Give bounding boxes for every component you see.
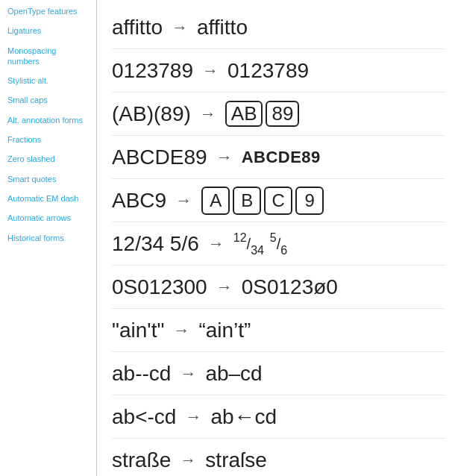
arrow-icon: → (202, 61, 219, 81)
feature-row-historical: straße → straſse (112, 439, 445, 476)
after-text: affitto (197, 16, 248, 40)
sidebar-item-fractions[interactable]: Fractions (0, 130, 96, 149)
after-text: straſse (205, 448, 266, 472)
after-text: 12/34 5/6 (233, 231, 287, 257)
feature-row-smallcaps: ABCDE89 → ABCDE89 (112, 136, 445, 179)
sidebar-item-historical[interactable]: Historical forms (0, 228, 96, 248)
after-text: ABC9 (201, 187, 324, 215)
feature-row-zeroslashed: 0S012300 → 0S0123ø0 (112, 266, 445, 309)
feature-demo-emdash: ab--cd → ab–cd (112, 362, 263, 386)
sidebar-item-smallcaps[interactable]: Small caps (0, 90, 96, 110)
before-text: (AB)(89) (112, 102, 191, 126)
feature-row-annotation: ABC9 → ABC9 (112, 179, 445, 222)
feature-demo-smartquotes: "ain't" → “ain’t” (112, 319, 251, 342)
feature-demo-stylistic: (AB)(89) → AB89 (112, 101, 299, 127)
arrow-icon: → (180, 364, 196, 383)
after-text: 0123789 (227, 59, 309, 83)
boxed-item: AB (225, 101, 263, 127)
before-text: ABCDE89 (112, 145, 207, 169)
feature-demo-monospacing: 0123789 → 0123789 (112, 59, 309, 83)
arrow-icon: → (208, 234, 225, 254)
after-text: ab←cd (210, 405, 277, 429)
feature-demo-ligatures: affitto → affitto (112, 16, 248, 40)
before-text: straße (112, 448, 171, 472)
sidebar-title: OpenType features (0, 0, 96, 21)
arrow-icon: → (175, 191, 192, 210)
before-text: 12/34 5/6 (112, 232, 199, 256)
sidebar: OpenType features LigaturesMonospacing n… (0, 0, 97, 476)
feature-row-smartquotes: "ain't" → “ain’t” (112, 309, 445, 352)
arrow-icon: → (173, 321, 189, 340)
boxed-item: 89 (266, 101, 299, 127)
after-text: ABCDE89 (242, 148, 321, 167)
sidebar-item-monospacing[interactable]: Monospacing numbers (0, 41, 96, 72)
feature-demo-fractions: 12/34 5/6 → 12/34 5/6 (112, 231, 287, 257)
sidebar-item-zeroslashed[interactable]: Zero slashed (0, 149, 96, 169)
after-text: AB89 (225, 101, 300, 127)
before-text: affitto (112, 16, 163, 40)
sidebar-item-emdash[interactable]: Automatic EM dash (0, 189, 96, 208)
feature-demo-zeroslashed: 0S012300 → 0S0123ø0 (112, 275, 338, 299)
before-text: ABC9 (112, 189, 166, 213)
before-text: 0S012300 (112, 275, 207, 299)
arrow-icon: → (185, 407, 201, 427)
feature-row-monospacing: 0123789 → 0123789 (112, 49, 445, 93)
sidebar-item-annotation[interactable]: Alt. annotation forms (0, 110, 96, 130)
arrow-icon: → (180, 451, 196, 470)
sidebar-item-arrows[interactable]: Automatic arrows (0, 208, 96, 228)
feature-row-ligatures: affitto → affitto (112, 6, 445, 49)
annotation-box: A (201, 187, 230, 215)
feature-demo-arrows: ab<-cd → ab←cd (112, 405, 277, 429)
before-text: ab<-cd (112, 405, 176, 429)
annotation-box: C (264, 187, 292, 215)
sidebar-item-stylistic[interactable]: Stylistic alt. (0, 71, 96, 90)
arrow-icon: → (216, 278, 233, 297)
sidebar-item-ligatures[interactable]: Ligatures (0, 21, 96, 40)
main-content: affitto → affitto 0123789 → 0123789 (AB)… (97, 0, 452, 476)
feature-demo-smallcaps: ABCDE89 → ABCDE89 (112, 145, 321, 169)
annotation-box: B (233, 187, 261, 215)
arrow-icon: → (216, 148, 233, 167)
arrow-icon: → (172, 18, 188, 37)
feature-row-fractions: 12/34 5/6 → 12/34 5/6 (112, 222, 445, 266)
sidebar-item-smartquotes[interactable]: Smart quotes (0, 169, 96, 189)
feature-row-emdash: ab--cd → ab–cd (112, 352, 445, 395)
feature-demo-historical: straße → straſse (112, 448, 267, 472)
before-text: ab--cd (112, 362, 171, 386)
after-text: ab–cd (205, 362, 262, 386)
feature-demo-annotation: ABC9 → ABC9 (112, 187, 324, 215)
arrow-icon: → (200, 104, 216, 124)
feature-row-stylistic: (AB)(89) → AB89 (112, 93, 445, 136)
annotation-box: 9 (295, 187, 324, 215)
after-text: 0S0123ø0 (242, 275, 338, 299)
before-text: 0123789 (112, 59, 193, 83)
feature-row-arrows: ab<-cd → ab←cd (112, 395, 445, 439)
after-text: “ain’t” (198, 319, 251, 342)
before-text: "ain't" (112, 319, 164, 342)
